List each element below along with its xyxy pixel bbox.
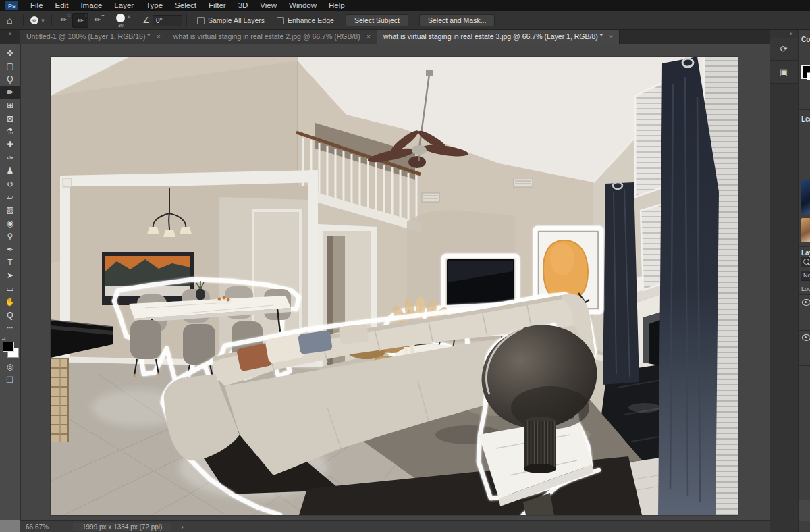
libraries-panel-button[interactable]: ▣ xyxy=(770,61,798,84)
toolbar-overflow-icon[interactable]: » xyxy=(0,29,20,44)
document-canvas[interactable]: .halo{stroke:#ffffff;stroke-width:6.5;fi… xyxy=(51,57,738,515)
brush-angle-control: ∠ 0° xyxy=(142,15,182,26)
type-tool[interactable]: T xyxy=(0,256,20,269)
lock-label: Lock: xyxy=(801,286,810,292)
right-panel-dock: « ⟳▣ Color Learn Layers Normal Lock: xyxy=(770,29,810,532)
layers-search-field[interactable] xyxy=(801,257,810,267)
history-panel-button[interactable]: ⟳ xyxy=(770,38,798,61)
learn-tutorial-thumbnail[interactable] xyxy=(801,218,810,242)
separator xyxy=(186,14,187,26)
canvas-pasteboard[interactable]: .halo{stroke:#ffffff;stroke-width:6.5;fi… xyxy=(20,44,770,520)
document-tab[interactable]: what is virtual staging in real estate 3… xyxy=(377,29,620,44)
lasso-tool[interactable]: Ϙ xyxy=(0,73,20,86)
menu-filter[interactable]: Filter xyxy=(202,0,232,11)
tab-title: Untitled-1 @ 100% (Layer 1, RGB/16) * xyxy=(26,32,150,41)
tab-title: what is virtual staging in real estate 2… xyxy=(173,32,360,41)
rectangle-tool[interactable]: ▭ xyxy=(0,282,20,295)
layers-panel-footer xyxy=(799,500,810,521)
brush-tool[interactable]: ✑ xyxy=(0,151,20,164)
tool-options-bar: ⌂ ✏ ∨ ✏◌✏+✏− 30 ∨ ∠ 0° Sample All Layers… xyxy=(0,11,810,30)
menu-help[interactable]: Help xyxy=(323,0,351,11)
menu-image[interactable]: Image xyxy=(74,0,108,11)
separator xyxy=(23,14,24,26)
quick-selection-tool[interactable]: ✏ xyxy=(0,86,20,99)
crop-tool[interactable]: ⊞ xyxy=(0,99,20,112)
checkbox-enhance-edge[interactable]: Enhance Edge xyxy=(277,16,334,24)
brush-preset-icon: ✏ xyxy=(30,16,38,24)
blend-mode-dropdown[interactable]: Normal xyxy=(801,271,810,281)
checkbox-sample-all-layers[interactable]: Sample All Layers xyxy=(197,16,265,24)
layer-visibility-eye-icon[interactable] xyxy=(802,299,810,306)
menu-window[interactable]: Window xyxy=(283,0,323,11)
zoom-tool[interactable]: Q xyxy=(0,309,20,321)
menu-edit[interactable]: Edit xyxy=(49,0,75,11)
status-chevron-icon[interactable]: › xyxy=(181,523,183,531)
color-panel-header: Color xyxy=(801,36,810,43)
hand-tool[interactable]: ✋ xyxy=(0,295,20,308)
menu-type[interactable]: Type xyxy=(140,0,169,11)
subtract-from-selection-brush-icon[interactable]: ✏− xyxy=(90,13,105,26)
eyedropper-tool[interactable]: ⚗ xyxy=(0,125,20,138)
select-and-mask-button[interactable]: Select and Mask... xyxy=(419,14,495,26)
learn-panel-header: Learn xyxy=(801,115,810,123)
color-panel-background-swatch[interactable] xyxy=(807,72,810,80)
angle-icon: ∠ xyxy=(142,16,150,25)
quick-mask-icon[interactable]: ◎ xyxy=(0,361,20,373)
brush-tip-preview xyxy=(116,14,125,22)
swap-colors-icon[interactable]: ⇄ xyxy=(2,336,6,342)
screen-mode-icon[interactable]: ❐ xyxy=(0,373,20,386)
healing-brush-tool[interactable]: ✚ xyxy=(0,138,20,151)
checkbox-icon[interactable] xyxy=(277,17,284,24)
foreground-color-swatch[interactable] xyxy=(3,342,14,352)
document-tab[interactable]: Untitled-1 @ 100% (Layer 1, RGB/16) *× xyxy=(20,29,167,44)
menu-bar: Ps FileEditImageLayerTypeSelectFilter3DV… xyxy=(0,0,810,11)
separator xyxy=(138,14,138,26)
history-brush-tool[interactable]: ↺ xyxy=(0,178,20,190)
move-tool[interactable]: ✜ xyxy=(0,47,20,59)
color-swatches: ⇄ xyxy=(0,336,20,361)
search-icon xyxy=(803,259,809,265)
gradient-tool[interactable]: ▨ xyxy=(0,204,20,217)
zoom-level-field[interactable]: 66.67% xyxy=(20,523,61,531)
collapse-panels-icon[interactable]: « xyxy=(784,30,798,37)
document-tab[interactable]: what is virtual staging in real estate 2… xyxy=(167,29,377,44)
clone-stamp-tool[interactable]: ♟ xyxy=(0,165,20,178)
brush-size-picker[interactable]: 30 ∨ xyxy=(113,14,134,28)
blur-tool[interactable]: ◉ xyxy=(0,217,20,230)
layers-panel-header: Layers xyxy=(801,249,810,257)
status-bar: 66.67% 1999 px x 1334 px (72 ppi) › xyxy=(20,520,770,532)
add-to-selection-brush-icon[interactable]: ✏+ xyxy=(72,13,88,28)
edit-toolbar-icon[interactable]: ⋯ xyxy=(0,321,20,334)
status-corner-block xyxy=(0,520,20,532)
document-tab-bar: » Untitled-1 @ 100% (Layer 1, RGB/16) *×… xyxy=(0,29,770,44)
menu-3d[interactable]: 3D xyxy=(232,0,254,11)
layer-visibility-eye-icon[interactable] xyxy=(802,334,810,341)
menu-view[interactable]: View xyxy=(254,0,283,11)
path-selection-tool[interactable]: ➤ xyxy=(0,269,20,282)
mode-badge: − xyxy=(101,13,104,18)
learn-tutorial-thumbnail[interactable] xyxy=(801,180,810,214)
photoshop-logo: Ps xyxy=(5,1,18,10)
select-subject-button[interactable]: Select Subject xyxy=(346,14,408,26)
angle-input[interactable]: 0° xyxy=(153,15,182,26)
menu-file[interactable]: File xyxy=(24,0,49,11)
dodge-tool[interactable]: ⚲ xyxy=(0,230,20,242)
tools-panel: ✜▢Ϙ✏⊞⊠⚗✚✑♟↺▱▨◉⚲✒T➤▭✋Q ⋯ ⇄ ◎ ❐ xyxy=(0,44,21,520)
close-icon[interactable]: × xyxy=(367,32,371,41)
home-icon[interactable]: ⌂ xyxy=(0,15,19,26)
document-info: 1999 px x 1334 px (72 ppi) xyxy=(73,523,171,531)
frame-tool[interactable]: ⊠ xyxy=(0,112,20,125)
pen-tool[interactable]: ✒ xyxy=(0,243,20,256)
close-icon[interactable]: × xyxy=(156,32,160,41)
tool-preset-picker[interactable]: ✏ ∨ xyxy=(28,16,47,24)
mode-badge: ◌ xyxy=(68,13,70,18)
chevron-down-icon: ∨ xyxy=(127,14,131,20)
rectangular-marquee-tool[interactable]: ▢ xyxy=(0,59,20,72)
eraser-tool[interactable]: ▱ xyxy=(0,190,20,203)
checkbox-icon[interactable] xyxy=(197,17,205,24)
new-selection-brush-icon[interactable]: ✏◌ xyxy=(56,13,71,26)
menu-layer[interactable]: Layer xyxy=(108,0,140,11)
menu-select[interactable]: Select xyxy=(169,0,202,11)
close-icon[interactable]: × xyxy=(609,32,613,41)
document-canvas-area[interactable]: .halo{stroke:#ffffff;stroke-width:6.5;fi… xyxy=(51,57,738,515)
